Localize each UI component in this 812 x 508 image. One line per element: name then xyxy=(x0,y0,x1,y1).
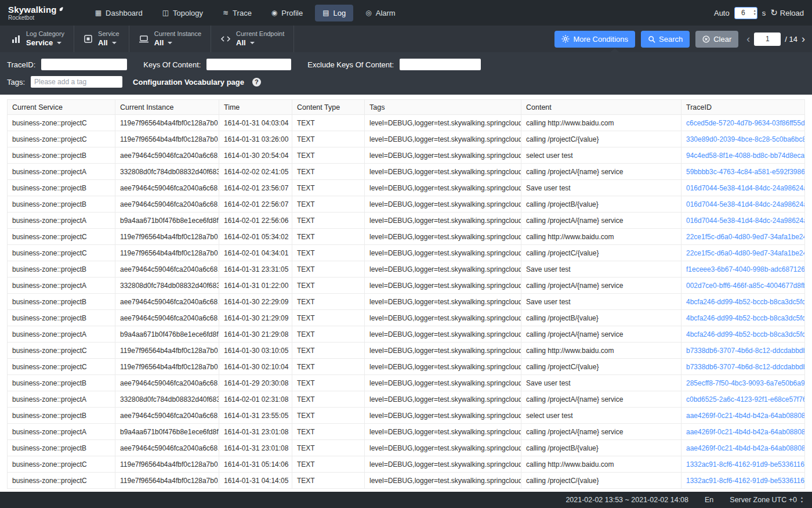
help-icon[interactable]: ? xyxy=(252,78,261,87)
traceid-cell[interactable]: 1332ac91-8cf6-4162-91d9-be53361168a9 xyxy=(682,473,805,489)
tags-cell: level=DEBUG,logger=test.skywalking.sprin… xyxy=(365,212,521,229)
tags-cell: level=DEBUG,logger=test.skywalking.sprin… xyxy=(365,424,521,440)
traceid-cell[interactable]: 4bcfa246-dd99-4b52-bccb-b8ca3dc5fc94 xyxy=(682,326,805,343)
table-row: business-zone::projectC119e7f96564b4a4fb… xyxy=(8,359,805,375)
search-button[interactable]: Search xyxy=(641,31,690,48)
content-cell: calling /projectA/{name} service xyxy=(521,278,682,294)
service-cell: business-zone::projectB xyxy=(8,375,115,391)
traceid-cell[interactable]: 4bcfa246-dd99-4b52-bccb-b8ca3dc5fc94 xyxy=(682,310,805,326)
traceid-cell[interactable]: 016d7044-5e38-41d4-84dc-24a98624a30e xyxy=(682,180,805,196)
selector-value: All xyxy=(236,38,246,48)
traceid-cell[interactable]: aae4269f-0c21-4b4d-b42a-64ab08808ac8 xyxy=(682,408,805,424)
traceid-cell[interactable]: c0bd6525-2a6c-4123-92f1-e68ce57f767d xyxy=(682,391,805,408)
content-cell: calling /projectA/{name} service xyxy=(521,326,682,343)
keys-of-content-input[interactable] xyxy=(206,59,291,70)
traceid-cell[interactable]: 330e89d0-2039-4bce-8c28-5c0ba6bc8ce7 xyxy=(682,131,805,147)
nav-item-profile[interactable]: ◉Profile xyxy=(264,5,310,21)
tags-input[interactable] xyxy=(31,76,122,88)
traceid-input[interactable] xyxy=(41,59,127,70)
traceid-cell[interactable]: 002d7ce0-bff6-466f-a85c-4004677d8fbf xyxy=(682,278,805,294)
traceid-cell[interactable]: b7338db6-3707-4b6d-8c12-ddcdabbdb45a xyxy=(682,343,805,359)
prev-page-button[interactable]: ‹ xyxy=(746,34,750,44)
content-cell: calling /projectA/{name} service xyxy=(521,391,682,408)
nav-item-label: Profile xyxy=(281,9,303,17)
time-cell: 1614-01-31 04:03:04 xyxy=(219,115,292,131)
nav-item-dashboard[interactable]: ▦Dashboard xyxy=(88,5,150,21)
time-cell: 1614-02-01 05:34:02 xyxy=(219,229,292,245)
traceid-cell[interactable]: b7338db6-3707-4b6d-8c12-ddcdabbdb45a xyxy=(682,359,805,375)
selector-current-instance[interactable]: Current InstanceAll xyxy=(129,26,211,52)
nav-item-alarm[interactable]: ◎Alarm xyxy=(358,5,403,21)
content-type-cell: TEXT xyxy=(292,229,365,245)
log-table: Current Service Current Instance Time Co… xyxy=(7,99,805,489)
content-type-cell: TEXT xyxy=(292,245,365,261)
content-type-cell: TEXT xyxy=(292,375,365,391)
traceid-cell[interactable]: 016d7044-5e38-41d4-84dc-24a98624a30e xyxy=(682,196,805,212)
time-cell: 1614-01-31 23:01:08 xyxy=(219,424,292,440)
vocabulary-link[interactable]: Configuration Vocabulary page xyxy=(133,78,244,87)
instance-cell: b9a4aa671b0f476b8e1ece6fd8f… xyxy=(115,212,219,229)
exclude-keys-input[interactable] xyxy=(400,59,481,70)
traceid-cell[interactable]: 22ce1f5c-d6a0-4d80-9ed7-34afa1be2490 xyxy=(682,245,805,261)
tags-cell: level=DEBUG,logger=test.skywalking.sprin… xyxy=(365,473,521,489)
content-cell: calling /projectB/{value} xyxy=(521,196,682,212)
traceid-cell[interactable]: 016d7044-5e38-41d4-84dc-24a98624a30e xyxy=(682,212,805,229)
traceid-cell[interactable]: 94c4ed58-8f1e-4088-bd8c-bb74d8eca703 xyxy=(682,147,805,164)
clear-button[interactable]: Clear xyxy=(695,31,738,48)
service-cell: business-zone::projectA xyxy=(8,424,115,440)
table-row: business-zone::projectBaee79464c59046fca… xyxy=(8,261,805,278)
service-cell: business-zone::projectA xyxy=(8,212,115,229)
content-type-cell: TEXT xyxy=(292,473,365,489)
content-type-cell: TEXT xyxy=(292,408,365,424)
traceid-cell[interactable]: 1332ac91-8cf6-4162-91d9-be53361168a9 xyxy=(682,456,805,473)
more-conditions-button[interactable]: More Conditions xyxy=(554,31,635,48)
traceid-cell[interactable]: c6ced5de-5720-4d7b-9634-03f86ff55d30 xyxy=(682,115,805,131)
tags-label: Tags: xyxy=(7,78,25,87)
instance-cell: b9a4aa671b0f476b8e1ece6fd8f… xyxy=(115,424,219,440)
selector-current-endpoint[interactable]: Current EndpointAll xyxy=(211,26,294,52)
table-row: business-zone::projectAb9a4aa671b0f476b8… xyxy=(8,212,805,229)
instance-cell: 119e7f96564b4a4fbf0c128a7b0… xyxy=(115,343,219,359)
bar-chart-icon xyxy=(12,34,21,44)
content-cell: calling /projectA/{name} service xyxy=(521,164,682,180)
topology-icon: ◫ xyxy=(162,9,169,17)
traceid-cell[interactable]: 285ecff8-7f50-4bc3-9093-6a7e50b6a9a3 xyxy=(682,375,805,391)
time-range-picker[interactable]: 2021-02-02 13:53 ~ 2021-02-02 14:08 xyxy=(566,496,688,504)
table-row: business-zone::projectC119e7f96564b4a4fb… xyxy=(8,473,805,489)
selector-service[interactable]: ServiceAll xyxy=(74,26,129,52)
auto-stepper-icon[interactable]: ▴▾ xyxy=(754,9,756,17)
nav-item-topology[interactable]: ◫Topology xyxy=(155,5,211,21)
skywalking-logo[interactable]: Skywalking Rocketbot xyxy=(8,5,63,21)
table-row: business-zone::projectA332808d0fc784db08… xyxy=(8,391,805,408)
instance-cell: 332808d0fc784db08832d40f683… xyxy=(115,391,219,408)
content-cell: calling /projectA/{name} service xyxy=(521,424,682,440)
tags-cell: level=DEBUG,logger=test.skywalking.sprin… xyxy=(365,147,521,164)
instance-cell: 119e7f96564b4a4fbf0c128a7b0… xyxy=(115,115,219,131)
chevron-down-icon xyxy=(57,42,61,44)
time-cell: 1614-02-01 04:34:01 xyxy=(219,245,292,261)
traceid-cell[interactable]: aae4269f-0c21-4b4d-b42a-64ab08808ac8 xyxy=(682,440,805,456)
content-cell: calling /projectC/{value} xyxy=(521,473,682,489)
footer-bar: 2021-02-02 13:53 ~ 2021-02-02 14:08 En S… xyxy=(0,492,812,508)
traceid-cell[interactable]: 4bcfa246-dd99-4b52-bccb-b8ca3dc5fc94 xyxy=(682,294,805,310)
reload-button[interactable]: ↻ Reload xyxy=(770,8,804,18)
instance-cell: aee79464c59046fca2040a6c68… xyxy=(115,147,219,164)
page-number-input[interactable] xyxy=(754,33,781,46)
traceid-cell[interactable]: aae4269f-0c21-4b4d-b42a-64ab08808ac8 xyxy=(682,424,805,440)
traceid-cell[interactable]: 59bbbb3c-4763-4c84-a581-e592f39865bd xyxy=(682,164,805,180)
next-page-button[interactable]: › xyxy=(802,34,805,44)
service-cell: business-zone::projectB xyxy=(8,196,115,212)
nav-item-trace[interactable]: ≋Trace xyxy=(215,5,259,21)
language-toggle[interactable]: En xyxy=(705,496,713,504)
traceid-cell[interactable]: 22ce1f5c-d6a0-4d80-9ed7-34afa1be2490 xyxy=(682,229,805,245)
conditions-toolbar: Log CategoryServiceServiceAllCurrent Ins… xyxy=(0,26,812,52)
page-total-label: / 14 xyxy=(785,35,798,44)
traceid-label: TraceID: xyxy=(7,60,35,69)
time-cell: 1614-01-30 02:10:04 xyxy=(219,359,292,375)
server-zone-control[interactable]: Server Zone UTC +0 ▴▾ xyxy=(730,496,803,504)
zone-stepper-icon[interactable]: ▴▾ xyxy=(801,496,803,504)
nav-item-log[interactable]: ▤Log xyxy=(315,5,353,21)
traceid-cell[interactable]: f1eceee3-6b67-4040-998b-adc6871261c1 xyxy=(682,261,805,278)
selector-log-category[interactable]: Log CategoryService xyxy=(2,26,74,52)
rocket-icon xyxy=(57,5,64,13)
